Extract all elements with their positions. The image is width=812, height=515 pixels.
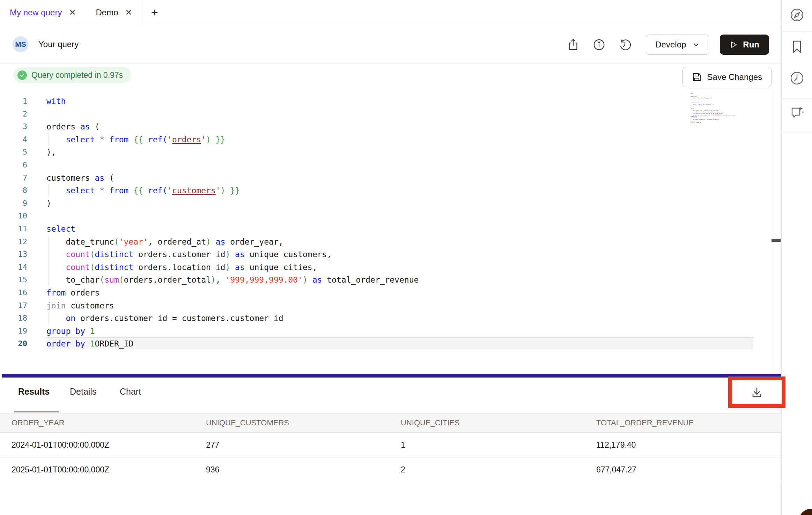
- code-token: customers: [706, 104, 711, 105]
- tab-my-new-query[interactable]: My new query ✕: [0, 0, 86, 25]
- code-token: (: [99, 275, 104, 284]
- code-token: ): [206, 237, 211, 246]
- table-cell: 2025-01-01T00:00:00.000Z: [12, 465, 206, 475]
- run-button[interactable]: Run: [720, 35, 769, 55]
- tab-demo[interactable]: Demo ✕: [86, 0, 142, 25]
- tab-label: My new query: [10, 8, 62, 17]
- code-token: [211, 237, 216, 246]
- editor-scrollbar-thumb[interactable]: [772, 239, 781, 242]
- query-status-badge: Query completed in 0.97s: [13, 67, 131, 83]
- query-editor-app: My new query ✕ Demo ✕ + MS Your query: [0, 0, 812, 515]
- code-token: date_trunc: [46, 237, 114, 246]
- clock-icon[interactable]: [789, 70, 805, 86]
- save-icon: [692, 72, 702, 82]
- code-line: 6: [0, 159, 753, 172]
- results-table-header: ORDER_YEARUNIQUE_CUSTOMERSUNIQUE_CITIEST…: [0, 413, 781, 433]
- history-icon[interactable]: [617, 37, 633, 52]
- share-icon[interactable]: [566, 37, 581, 52]
- download-button[interactable]: [750, 385, 764, 399]
- save-changes-button[interactable]: Save Changes: [682, 67, 772, 87]
- line-number: 11: [0, 223, 27, 236]
- code-token: date_trunc: [691, 110, 699, 111]
- ai-chat-icon[interactable]: [789, 104, 805, 120]
- code-token: orders.order_total: [124, 275, 211, 284]
- tab-label: Demo: [96, 8, 118, 17]
- table-row[interactable]: 2025-01-01T00:00:00.000Z9362677,047.27: [0, 457, 781, 482]
- table-cell: 936: [206, 465, 401, 475]
- chevron-down-icon: [692, 41, 700, 48]
- table-cell: 2: [401, 465, 596, 475]
- code-token: (: [697, 102, 699, 103]
- code-token: ': [216, 186, 221, 195]
- code-token: orders.order_total: [700, 114, 710, 115]
- close-icon[interactable]: ✕: [125, 8, 132, 17]
- tab-details[interactable]: Details: [70, 387, 96, 397]
- code-line: 10: [0, 210, 753, 223]
- panel-resize-handle[interactable]: [2, 374, 781, 378]
- code-token: (: [90, 263, 95, 272]
- code-token: as: [80, 122, 90, 131]
- code-token: select: [693, 98, 696, 99]
- code-token: (: [104, 173, 114, 182]
- code-line: 7customers as (: [0, 172, 753, 185]
- code-token: order by: [691, 122, 695, 123]
- code-line: 3orders as (: [0, 120, 753, 133]
- info-icon[interactable]: [591, 37, 607, 52]
- code-line: 5),: [0, 146, 753, 159]
- new-tab-button[interactable]: +: [142, 0, 167, 25]
- code-token: as: [312, 275, 322, 284]
- line-number: 6: [0, 159, 27, 172]
- bookmark-icon[interactable]: [789, 39, 805, 55]
- code-token: [46, 314, 66, 323]
- code-token: group by: [46, 327, 85, 336]
- code-token: select: [691, 109, 694, 110]
- code-token: orders.location_id: [701, 113, 712, 114]
- table-row[interactable]: 2024-01-01T00:00:00.000Z2771112,179.40: [0, 433, 781, 457]
- minimap[interactable]: withorders as ( select * from {{ ref('or…: [691, 93, 751, 126]
- tab-chart[interactable]: Chart: [120, 387, 141, 397]
- code-token: order by: [46, 339, 85, 348]
- code-token: 1: [90, 339, 95, 348]
- code-token: select: [66, 135, 95, 144]
- code-token: ),: [691, 99, 692, 100]
- editor-scroll-gutter: [771, 87, 771, 374]
- develop-dropdown[interactable]: Develop: [646, 35, 709, 55]
- code-token: ) }}: [711, 104, 714, 105]
- code-token: ): [303, 275, 308, 284]
- tab-results[interactable]: Results: [18, 387, 50, 397]
- code-token: distinct: [95, 250, 134, 259]
- code-token: (: [114, 237, 119, 246]
- page-title: Your query: [38, 39, 79, 49]
- code-area[interactable]: 1with23orders as (4 select * from {{ ref…: [0, 95, 753, 350]
- line-number: 14: [0, 261, 27, 274]
- code-token: order_year,: [225, 237, 283, 246]
- annotation-highlight-box: [728, 376, 785, 408]
- code-token: ': [167, 186, 172, 195]
- code-token: 'year': [699, 110, 703, 111]
- sql-editor[interactable]: Query completed in 0.97s Save Changes 1w…: [0, 64, 781, 374]
- code-token: total_order_revenue: [322, 275, 419, 284]
- code-token: select: [46, 224, 75, 233]
- code-token: customers: [46, 173, 95, 182]
- code-token: ORDER_ID: [696, 122, 701, 123]
- compass-icon[interactable]: [789, 7, 805, 23]
- code-token: orders: [691, 96, 695, 97]
- code-token: [46, 263, 66, 272]
- query-header: MS Your query: [0, 25, 781, 64]
- code-token: orders.customer_id: [133, 250, 225, 259]
- code-token: , ordered_at: [148, 237, 206, 246]
- code-token: [128, 135, 133, 144]
- code-token: (: [90, 122, 100, 131]
- line-number: 13: [0, 248, 27, 261]
- code-token: orders.customer_id: [701, 111, 712, 112]
- code-token: count: [66, 250, 90, 259]
- line-number: 1: [0, 95, 27, 108]
- code-token: [104, 186, 109, 195]
- code-token: 1: [90, 327, 95, 336]
- code-token: total_order_revenue: [724, 114, 735, 115]
- code-token: order_year,: [712, 110, 719, 111]
- table-cell: 2024-01-01T00:00:00.000Z: [12, 440, 206, 450]
- code-token: count: [693, 113, 696, 114]
- line-number: 4: [0, 133, 27, 146]
- close-icon[interactable]: ✕: [69, 8, 76, 17]
